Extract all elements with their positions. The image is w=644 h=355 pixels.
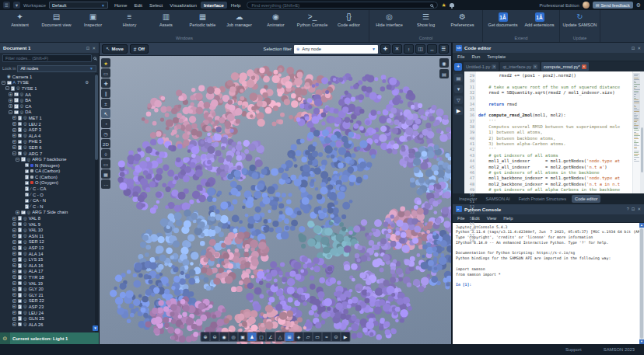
visibility-checkbox[interactable]: ✓ [25, 163, 30, 168]
move-editor-button[interactable]: ↖ Move [102, 44, 128, 54]
expand-icon[interactable]: + [12, 240, 16, 244]
expand-icon[interactable]: + [12, 263, 16, 267]
expand-icon[interactable]: + [12, 317, 16, 321]
global-search[interactable] [247, 2, 438, 9]
menu-edit[interactable]: Edit [131, 2, 145, 9]
tree-row-aa[interactable]: +✓◎AA [0, 92, 99, 98]
tree-row-ala-14[interactable]: +✓◎ALA 14 [0, 251, 99, 257]
tree-row-val-8[interactable]: +✓◎VAL 8 [0, 215, 99, 221]
visibility-checkbox[interactable]: ✓ [18, 228, 23, 232]
ribbon-button-assistant[interactable]: ✦Assistant [2, 11, 38, 35]
fullscreen-tool[interactable]: ⊞ [285, 332, 294, 341]
dock-tab-samson-ai[interactable]: SAMSON AI [482, 195, 513, 203]
screen-tool[interactable]: ▭ [313, 332, 322, 341]
tree-row-ba[interactable]: +✓◎BA [0, 97, 99, 103]
expand-icon[interactable]: + [12, 293, 16, 297]
visibility-checkbox[interactable]: ✓ [18, 240, 23, 245]
expand-selection-button[interactable]: ↔ [427, 44, 437, 54]
tree-row-gln-25[interactable]: +✓◎GLN 25 [0, 315, 99, 322]
script-tab-untitled-1-py[interactable]: Untitled-1.py✕ [464, 62, 499, 71]
save-all-scripts-icon[interactable]: ▽ [454, 96, 463, 104]
document-panel-header[interactable]: Document 1 ⊡ ✕ [0, 43, 99, 53]
visibility-checkbox[interactable]: ✓ [18, 275, 23, 280]
visibility-checkbox[interactable]: ✓ [18, 222, 23, 227]
visibility-checkbox[interactable]: ✓ [18, 287, 23, 291]
tree-row-asn-11[interactable]: +✓◎ASN 11 [0, 233, 99, 239]
favorites-star-icon[interactable]: ★ [101, 58, 110, 68]
ribbon-button-hide-interface[interactable]: ◎Hide interface [371, 11, 408, 35]
visibility-checkbox[interactable]: ✓ [18, 299, 23, 304]
tree-row-lys-15[interactable]: +✓◎LYS 15 [0, 256, 99, 263]
close-panel-icon[interactable]: ✕ [637, 46, 641, 50]
close-tab-icon[interactable]: ✕ [533, 64, 537, 69]
expand-icon[interactable]: + [12, 322, 16, 326]
save-icon[interactable]: ▼ [13, 2, 20, 9]
tree-row-n-nitrogen[interactable]: ✓N (Nitrogen) [0, 162, 99, 169]
ribbon-button-job-manager[interactable]: ☁Job manager [221, 11, 257, 35]
visibility-checkbox[interactable]: ✓ [18, 322, 23, 327]
label-tool-icon[interactable]: ▭ [101, 159, 110, 169]
expand-icon[interactable]: + [12, 222, 16, 226]
visibility-checkbox[interactable]: ✓ [25, 186, 30, 191]
expand-icon[interactable]: + [12, 275, 16, 279]
tree-row-ser-22[interactable]: +✓◎SER 22 [0, 298, 99, 305]
presenter-tool[interactable]: △ [276, 332, 285, 341]
tree-filter-dropdown-button[interactable]: ▼ [93, 325, 98, 331]
code-editor-header[interactable]: </> Code editor ⊡ ✕ [453, 43, 644, 53]
tree-row-gly-20[interactable]: +✓◎GLY 20 [0, 286, 99, 292]
tree-row-tyr-18[interactable]: +✓◎TYR 18 [0, 274, 99, 280]
visibility-checkbox[interactable]: ✓ [18, 127, 23, 132]
ribbon-button-periodic-table[interactable]: ▦Periodic table [184, 11, 221, 35]
ribbon-button-update-samson[interactable]: ↻Update SAMSON [562, 11, 598, 35]
expand-icon[interactable]: + [12, 145, 16, 149]
add-atoms-tool-icon[interactable]: ✚ [101, 78, 110, 88]
tree-row-c-carbon[interactable]: ✓C (Carbon) [0, 174, 99, 180]
expand-icon[interactable]: + [16, 211, 19, 214]
app-menu-icon[interactable]: ☰ [3, 2, 10, 9]
new-script-icon[interactable]: + [454, 63, 462, 71]
tree-row-arg-7-backbone[interactable]: −✓◎ARG 7 backbone [0, 156, 99, 162]
play-tool[interactable]: ▶ [341, 332, 350, 341]
tree-scrollbar-thumb[interactable] [95, 75, 98, 160]
visibility-checkbox[interactable]: ✓ [25, 175, 30, 179]
visibility-checkbox[interactable]: ✓ [18, 263, 23, 268]
collapse-icon[interactable]: − [9, 110, 12, 114]
menu-help[interactable]: Help [228, 2, 244, 9]
menu-select[interactable]: Select [146, 2, 166, 9]
tree-row-phe-5[interactable]: +✓◎PHE 5 [0, 139, 99, 145]
tree-row-met-1[interactable]: +✓◎MET 1 [0, 115, 99, 121]
script-tab-compute-rmsd-py[interactable]: compute_rmsd.py*✕ [541, 62, 589, 71]
python-console-header[interactable]: >_ Python Console ? ⊡ ✕ [453, 204, 644, 214]
measure-tool[interactable]: ∠ [267, 332, 275, 341]
visibility-checkbox[interactable]: ✓ [18, 145, 23, 150]
tree-row-val-19[interactable]: +✓◎VAL 19 [0, 280, 99, 287]
tree-row-ca-n[interactable]: ✓∕CA - N [0, 197, 99, 204]
tree-row-asp-13[interactable]: +✓◎ASP 13 [0, 245, 99, 251]
expand-icon[interactable]: + [9, 99, 12, 103]
snap-toggle-button[interactable]: # Off [130, 44, 149, 54]
visibility-tool[interactable]: ⊙ [332, 332, 341, 341]
expand-icon[interactable]: + [12, 299, 16, 303]
expand-icon[interactable]: + [12, 287, 16, 291]
first-person-tool[interactable]: ♟ [248, 332, 257, 341]
code-scrollbar[interactable] [640, 71, 644, 193]
undo-history-icon[interactable]: ◔ [101, 119, 110, 128]
select-tool-icon[interactable]: ▭ [101, 68, 110, 78]
console-menu-view[interactable]: View [487, 216, 497, 221]
twod-view-icon[interactable]: 2D [101, 139, 110, 148]
close-tab-icon[interactable]: ✕ [582, 64, 586, 69]
zoom-in-tool[interactable]: ⊕ [201, 332, 210, 341]
visibility-checkbox[interactable]: ✓ [18, 281, 23, 286]
code-area[interactable]: 2930313233343536373839404142434445464748… [464, 71, 644, 193]
background-tool[interactable]: ▢ [257, 332, 266, 341]
menu-home[interactable]: Home [111, 2, 131, 9]
notifications-bell-icon[interactable] [450, 3, 454, 7]
tree-row-o-oxygen[interactable]: ✓O (Oxygen) [0, 180, 99, 186]
visibility-checkbox[interactable]: ✓ [18, 270, 23, 274]
console-output[interactable]: Jupyter QtConsole 5.4.3Python 3.11.4 (ta… [453, 223, 639, 345]
visibility-checkbox[interactable]: ✓ [18, 252, 23, 256]
code-editor-menu-template[interactable]: Template [487, 54, 506, 59]
view-preset-tool[interactable]: ▣ [239, 332, 247, 341]
camera-tool[interactable]: ◈ [295, 332, 303, 341]
script-tab-qt-interface-py[interactable]: qt_interface.py✕ [500, 62, 540, 71]
